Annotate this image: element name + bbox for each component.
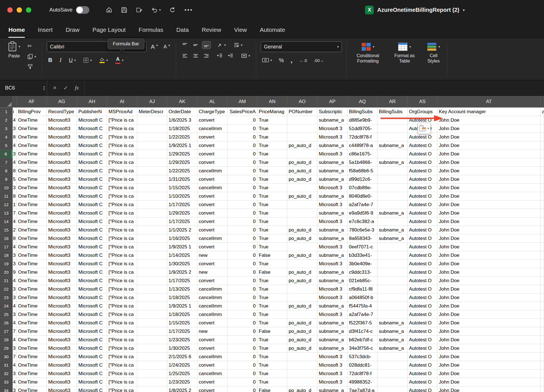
cut-button[interactable]: ✂	[26, 42, 37, 50]
cell-AS15[interactable]: Autotest O	[408, 226, 437, 234]
cell-AI9[interactable]: ["Price is ca	[107, 175, 137, 184]
cell-AF32[interactable]: OneTime	[17, 369, 47, 378]
cell-AN7[interactable]: True	[257, 158, 287, 167]
cell-AS13[interactable]: Autotest O	[408, 209, 437, 217]
cell-AR31[interactable]	[377, 361, 408, 369]
cell-AK23[interactable]: 1/18/2025	[167, 293, 197, 302]
cell-AN20[interactable]: False	[257, 268, 287, 277]
cell-AJ3[interactable]	[137, 124, 167, 133]
cell-AS33[interactable]: Autotest O	[408, 378, 437, 386]
cell-AJ23[interactable]	[137, 293, 167, 302]
cell-AH34[interactable]: Microsoft C	[77, 386, 107, 392]
cell-AK17[interactable]: 1/9/2025 1	[167, 243, 197, 251]
cell-AR9[interactable]	[377, 175, 408, 184]
cell-AK24[interactable]: 1/9/2025 1	[167, 302, 197, 310]
cell-AL23[interactable]: cancelImm	[197, 293, 227, 302]
cell-AF31[interactable]: OneTime	[17, 361, 47, 369]
cell-tail21[interactable]	[541, 277, 544, 285]
cell-AK3[interactable]: 1/18/2025	[167, 124, 197, 133]
cell-AF13[interactable]: OneTime	[17, 209, 47, 217]
row-header-3[interactable]: 3	[0, 124, 13, 133]
cell-tail2[interactable]	[541, 116, 544, 124]
cell-AN5[interactable]: True	[257, 141, 287, 150]
cancel-entry-button[interactable]: ×	[53, 84, 57, 92]
cell-AJ10[interactable]	[137, 184, 167, 192]
cell-AO33[interactable]	[287, 378, 317, 386]
cell-AM28[interactable]: 0	[227, 336, 257, 344]
cell-AP11[interactable]: subname_a	[317, 192, 348, 201]
cell-AP28[interactable]: subname_a	[317, 336, 348, 344]
cell-AL6[interactable]: convert	[197, 150, 227, 158]
cell-AH9[interactable]: Microsoft C	[77, 175, 107, 184]
cell-AQ3[interactable]: 51dd9705-	[348, 124, 377, 133]
cell-AI17[interactable]: ["Price is ca	[107, 243, 137, 251]
cell-tail32[interactable]	[541, 369, 544, 378]
cell-AM7[interactable]: 0	[227, 158, 257, 167]
cell-AT25[interactable]: John Doe	[437, 310, 541, 319]
cell-AH31[interactable]: Microsoft C	[77, 361, 107, 369]
cell-AQ29[interactable]: 34e3f756-c	[348, 344, 377, 353]
cell-AM8[interactable]: 0	[227, 167, 257, 175]
cell-tail26[interactable]	[541, 319, 544, 327]
cell-AG27[interactable]: Microsoft3	[47, 327, 77, 336]
cell-AK19[interactable]: 1/30/2025	[167, 260, 197, 268]
cell-AH27[interactable]: Microsoft C	[77, 327, 107, 336]
column-header-AK[interactable]: AK	[167, 96, 197, 108]
cell-AS10[interactable]: Autotest O	[408, 184, 437, 192]
cell-AN22[interactable]: True	[257, 285, 287, 293]
cell-AQ6[interactable]: c86e1675-	[348, 150, 377, 158]
cell-AR29[interactable]: subname_a	[377, 344, 408, 353]
cell-AO6[interactable]	[287, 150, 317, 158]
cell-AO21[interactable]: po_auto_d	[287, 277, 317, 285]
cell-sliver10[interactable]: 3	[13, 184, 17, 192]
cell-AL32[interactable]: cancelImm	[197, 369, 227, 378]
cell-tail31[interactable]	[541, 361, 544, 369]
row-header-19[interactable]: 19	[0, 260, 13, 268]
orientation-button[interactable]: ▾	[216, 41, 227, 49]
comma-style-button[interactable]: ,	[289, 55, 294, 65]
cell-AQ16[interactable]: 8a658343-	[348, 234, 377, 243]
tab-draw[interactable]: Draw	[66, 26, 79, 38]
cell-AT11[interactable]: John Doe	[437, 192, 541, 201]
cell-AS19[interactable]: Autotest O	[408, 260, 437, 268]
cell-AT17[interactable]: John Doe	[437, 243, 541, 251]
cell-AJ22[interactable]	[137, 285, 167, 293]
cell-AH30[interactable]: Microsoft C	[77, 353, 107, 361]
cell-AM3[interactable]: 0	[227, 124, 257, 133]
cell-AL12[interactable]: convert	[197, 201, 227, 209]
cell-AR8[interactable]	[377, 167, 408, 175]
cell-AO31[interactable]	[287, 361, 317, 369]
cell-AN25[interactable]: True	[257, 310, 287, 319]
cell-AS32[interactable]: Autotest O	[408, 369, 437, 378]
cell-AS8[interactable]: Autotest O	[408, 167, 437, 175]
cell-AP31[interactable]: Microsoft 3	[317, 361, 348, 369]
cell-AJ31[interactable]	[137, 361, 167, 369]
cell-AK32[interactable]: 1/25/2025	[167, 369, 197, 378]
cell-AF24[interactable]: OneTime	[17, 302, 47, 310]
cell-AG30[interactable]: Microsoft3	[47, 353, 77, 361]
cell-sliver32[interactable]: 3	[13, 369, 17, 378]
cell-AI6[interactable]: ["Price is ca	[107, 150, 137, 158]
underline-button[interactable]: U▾	[67, 56, 77, 64]
cell-AT20[interactable]: John Doe	[437, 268, 541, 277]
close-button[interactable]	[7, 7, 13, 13]
row-header-29[interactable]: 29	[0, 344, 13, 353]
wrap-text-button[interactable]: ▾	[232, 41, 244, 49]
cell-AF25[interactable]: OneTime	[17, 310, 47, 319]
cell-AL31[interactable]: convert	[197, 361, 227, 369]
cell-AR32[interactable]	[377, 369, 408, 378]
cell-AP6[interactable]: Microsoft 3	[317, 150, 348, 158]
align-top-button[interactable]	[181, 41, 189, 49]
cell-AI24[interactable]: ["Price is ca	[107, 302, 137, 310]
cell-AN14[interactable]: True	[257, 217, 287, 226]
cell-AQ27[interactable]: d3f41c74-c	[348, 327, 377, 336]
cell-AF8[interactable]: OneTime	[17, 167, 47, 175]
cell-AG8[interactable]: Microsoft3	[47, 167, 77, 175]
cell-AO12[interactable]	[287, 201, 317, 209]
cell-AK27[interactable]: 1/17/2025	[167, 327, 197, 336]
cell-AN9[interactable]: True	[257, 175, 287, 184]
cell-AN23[interactable]: True	[257, 293, 287, 302]
cell-AJ6[interactable]	[137, 150, 167, 158]
cell-AN3[interactable]: True	[257, 124, 287, 133]
cell-AM29[interactable]: 0	[227, 344, 257, 353]
